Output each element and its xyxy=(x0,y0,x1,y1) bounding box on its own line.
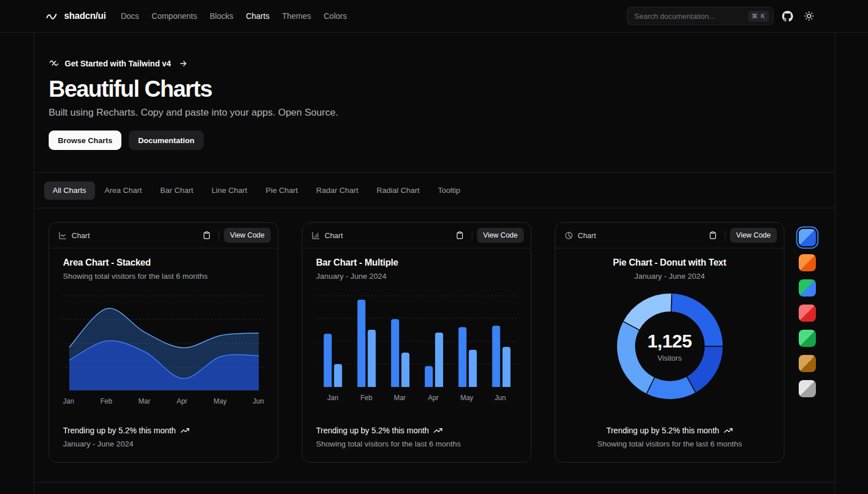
x-axis-label: Apr xyxy=(176,397,187,405)
card-footer: Trending up by 5.2% this month Showing t… xyxy=(555,426,784,462)
announcement-banner[interactable]: Get Started with Tailwind v4 xyxy=(49,58,820,69)
toolbar-label: Chart xyxy=(72,231,90,240)
github-link[interactable] xyxy=(779,8,795,24)
card-toolbar: Chart View Code xyxy=(302,223,531,248)
view-code-button[interactable]: View Code xyxy=(477,228,524,243)
nav-link-blocks[interactable]: Blocks xyxy=(210,11,233,21)
page-frame: Get Started with Tailwind v4 Beautiful C… xyxy=(34,33,835,494)
chart-title: Bar Chart - Multiple xyxy=(316,258,517,268)
footer-secondary-text: Showing total visitors for the last 6 mo… xyxy=(316,440,517,448)
trending-up-icon xyxy=(724,426,733,435)
view-code-button[interactable]: View Code xyxy=(730,228,777,243)
trend-text: Trending up by 5.2% this month xyxy=(316,426,429,435)
nav-links: DocsComponentsBlocksChartsThemesColors xyxy=(121,11,347,21)
search-input[interactable]: Search documentation... ⌘ K xyxy=(627,7,774,25)
bar-chart-canvas xyxy=(316,295,518,387)
copy-code-button[interactable] xyxy=(452,228,467,243)
x-axis-label: Mar xyxy=(139,397,151,405)
x-axis-label: Feb xyxy=(100,397,112,405)
x-axis-label: May xyxy=(450,394,484,402)
chart-subtitle: January - June 2024 xyxy=(569,272,770,280)
nav-link-themes[interactable]: Themes xyxy=(282,11,311,21)
search-shortcut-kbd: ⌘ K xyxy=(748,11,769,22)
x-axis-label: Jan xyxy=(316,394,350,402)
nav-link-charts[interactable]: Charts xyxy=(246,11,269,21)
documentation-button[interactable]: Documentation xyxy=(129,131,203,150)
search-placeholder: Search documentation... xyxy=(634,12,715,21)
footer-secondary-text: January - June 2024 xyxy=(63,440,264,448)
tailwind-icon xyxy=(49,58,60,69)
view-code-button[interactable]: View Code xyxy=(224,228,271,243)
trending-up-icon xyxy=(180,426,190,435)
nav-link-components[interactable]: Components xyxy=(152,11,197,21)
chart-subtitle: January - June 2024 xyxy=(316,272,517,280)
theme-swatch-red[interactable] xyxy=(799,305,816,322)
area-chart-canvas xyxy=(63,295,265,390)
brand-link[interactable]: shadcn/ui xyxy=(64,11,106,21)
x-axis-label: Jun xyxy=(484,394,518,402)
theme-swatch-orange[interactable] xyxy=(799,254,816,271)
line-chart-icon xyxy=(58,231,67,240)
tab-bar-chart[interactable]: Bar Chart xyxy=(152,181,202,200)
announcement-text: Get Started with Tailwind v4 xyxy=(65,59,171,68)
theme-swatch-amber[interactable] xyxy=(799,355,816,372)
copy-code-button[interactable] xyxy=(199,228,214,243)
trend-text: Trending up by 5.2% this month xyxy=(606,426,719,435)
toolbar-label: Chart xyxy=(578,231,596,240)
trend-text: Trending up by 5.2% this month xyxy=(63,426,176,435)
nav-link-docs[interactable]: Docs xyxy=(121,11,139,21)
nav-link-colors[interactable]: Colors xyxy=(323,11,346,21)
tab-all-charts[interactable]: All Charts xyxy=(44,181,95,200)
theme-toggle-button[interactable] xyxy=(801,8,817,24)
x-axis-label: Jan xyxy=(63,397,74,405)
pie-chart-icon xyxy=(565,231,573,240)
tab-area-chart[interactable]: Area Chart xyxy=(96,181,151,200)
chart-card-bar: Chart View Code Ba xyxy=(302,222,531,463)
clipboard-icon xyxy=(203,231,211,239)
x-axis-label: Feb xyxy=(350,394,384,402)
browse-charts-button[interactable]: Browse Charts xyxy=(49,131,121,150)
card-toolbar: Chart View Code xyxy=(555,223,784,248)
x-axis-label: Jun xyxy=(253,397,264,405)
card-footer: Trending up by 5.2% this month Showing t… xyxy=(302,426,531,462)
chart-card-pie: Chart View Code Pi xyxy=(555,222,784,463)
x-axis-labels: JanFebMarAprMayJun xyxy=(63,397,264,405)
card-footer: Trending up by 5.2% this month January -… xyxy=(49,426,278,462)
clipboard-icon xyxy=(709,231,717,239)
clipboard-icon xyxy=(456,231,464,239)
toolbar-separator xyxy=(725,231,725,239)
donut-chart-wrap: 1,125 Visitors xyxy=(616,292,724,401)
sun-icon xyxy=(804,11,814,21)
theme-swatch-blue[interactable] xyxy=(799,229,816,246)
arrow-right-icon xyxy=(179,59,188,68)
chart-title: Area Chart - Stacked xyxy=(63,258,264,268)
tab-pie-chart[interactable]: Pie Chart xyxy=(257,181,306,200)
chart-tabs: All ChartsArea ChartBar ChartLine ChartP… xyxy=(34,172,835,208)
x-axis-label: Mar xyxy=(383,394,417,402)
theme-rail xyxy=(799,229,816,397)
chart-card-area: Chart View Code Ar xyxy=(49,222,278,463)
hero-section: Get Started with Tailwind v4 Beautiful C… xyxy=(34,33,835,172)
toolbar-separator xyxy=(472,231,472,239)
x-axis-label: May xyxy=(214,397,227,405)
toolbar-label: Chart xyxy=(325,231,343,240)
navbar: shadcn/ui DocsComponentsBlocksChartsThem… xyxy=(0,0,868,33)
page-subtitle: Built using Recharts. Copy and paste int… xyxy=(49,107,820,118)
chart-title: Pie Chart - Donut with Text xyxy=(569,258,770,268)
theme-swatch-gray[interactable] xyxy=(799,380,816,397)
theme-swatch-green-blue[interactable] xyxy=(799,279,816,297)
theme-swatch-green[interactable] xyxy=(799,330,816,347)
charts-section: Chart View Code Ar xyxy=(34,208,835,483)
copy-code-button[interactable] xyxy=(705,228,720,243)
page-title: Beautiful Charts xyxy=(49,76,820,102)
tab-line-chart[interactable]: Line Chart xyxy=(203,181,256,200)
shadcn-logo-icon[interactable] xyxy=(45,9,58,23)
tab-radial-chart[interactable]: Radial Chart xyxy=(368,181,428,200)
chart-subtitle: Showing total visitors for the last 6 mo… xyxy=(63,272,264,280)
footer-secondary-text: Showing total visitors for the last 6 mo… xyxy=(569,440,770,448)
pie-chart-canvas xyxy=(616,292,724,401)
x-axis-label: Apr xyxy=(417,394,451,402)
tab-tooltip[interactable]: Tooltip xyxy=(429,181,469,200)
tab-radar-chart[interactable]: Radar Chart xyxy=(307,181,367,200)
trending-up-icon xyxy=(433,426,443,435)
